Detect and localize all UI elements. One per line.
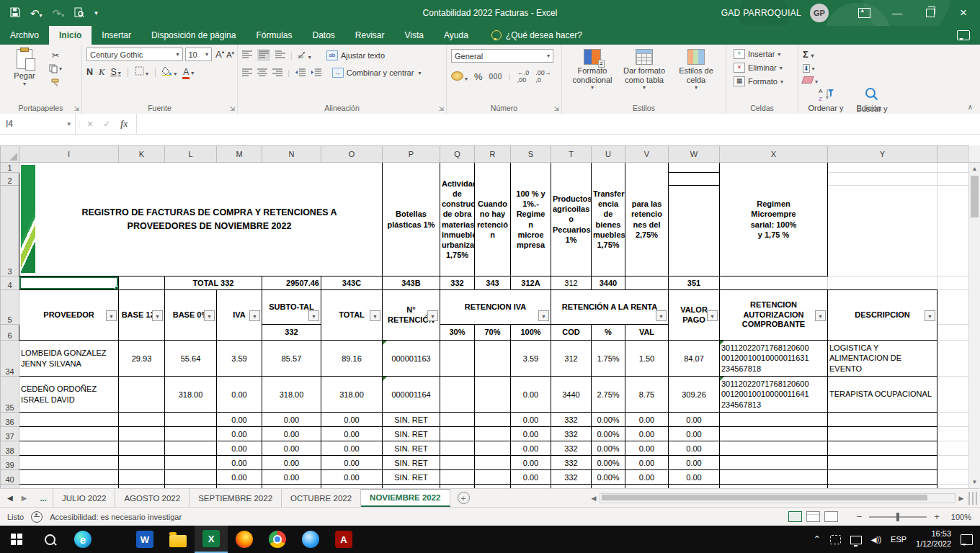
cell[interactable] — [720, 470, 828, 485]
cell-proveedor[interactable]: CEDEÑO ORDOÑEZ ISRAEL DAVID — [19, 377, 119, 413]
cell[interactable] — [937, 173, 969, 186]
cell[interactable] — [828, 173, 937, 186]
cell[interactable] — [937, 186, 969, 276]
cell[interactable]: SIN. RET — [383, 427, 440, 441]
header-70[interactable]: 70% — [475, 325, 511, 341]
restore-button[interactable] — [914, 0, 947, 26]
cell[interactable] — [720, 413, 828, 427]
accessibility-status[interactable]: Accesibilidad: es necesario investigar — [50, 513, 182, 521]
cell[interactable] — [440, 377, 475, 413]
cell[interactable]: 0.00% — [592, 413, 625, 427]
taskbar-app[interactable] — [294, 526, 327, 553]
cell[interactable] — [475, 470, 511, 485]
network-icon[interactable] — [850, 536, 862, 544]
cell[interactable]: 0.00 — [262, 456, 321, 470]
cell[interactable] — [440, 441, 475, 456]
bold-button[interactable]: N — [86, 67, 93, 77]
volume-icon[interactable]: ◀)) — [871, 536, 881, 544]
cell[interactable] — [119, 427, 165, 441]
cell[interactable]: 0.00% — [592, 427, 625, 441]
cell[interactable] — [937, 456, 969, 470]
decrease-decimal-icon[interactable]: .00→,0 — [535, 69, 551, 84]
cell-styles-button[interactable]: Estilos de celda ▾ — [670, 48, 722, 91]
cell-total-subtotal[interactable]: 29507.46 — [262, 276, 321, 290]
save-icon[interactable] — [10, 7, 20, 19]
cell-descripcion[interactable]: LOGISTICA Y ALIMENTACION DE EVENTO — [828, 341, 937, 377]
cell[interactable]: 0.00 — [321, 470, 383, 485]
tab-datos[interactable]: Datos — [302, 26, 344, 45]
vertical-scrollbar[interactable]: ▲ ▼ — [968, 145, 980, 488]
cell[interactable]: 0.00 — [217, 427, 262, 441]
row-header-39[interactable]: 39 — [1, 456, 19, 470]
cell[interactable] — [475, 341, 511, 377]
cell-header-U[interactable]: para las retencio nes del 2,75% — [625, 163, 669, 276]
tab-archivo[interactable]: Archivo — [0, 26, 49, 45]
cell[interactable] — [119, 377, 165, 413]
cell-K4[interactable] — [119, 276, 165, 290]
cell[interactable]: 0.00 — [321, 413, 383, 427]
cell[interactable] — [440, 456, 475, 470]
cell[interactable] — [440, 427, 475, 441]
cell[interactable] — [475, 441, 511, 456]
header-iva[interactable]: IVA — [217, 290, 262, 341]
cell[interactable]: 309.26 — [669, 377, 720, 413]
normal-view-icon[interactable] — [788, 511, 802, 522]
header-30[interactable]: 30% — [440, 325, 475, 341]
header-subtotal-code[interactable]: 332 — [262, 325, 321, 341]
header-retencion-renta[interactable]: RETENCIÓN A LA RENTA — [551, 290, 669, 325]
cell-num-retencion[interactable]: 000001164 — [383, 377, 440, 413]
cell[interactable]: 29.93 — [119, 341, 165, 377]
tab-formulas[interactable]: Fórmulas — [246, 26, 302, 45]
italic-button[interactable]: K — [99, 67, 104, 78]
language-indicator[interactable]: ESP — [891, 535, 906, 544]
cell-code-Q[interactable]: 332 — [440, 276, 475, 290]
column-header-L[interactable]: L — [165, 146, 217, 163]
cell[interactable] — [828, 456, 937, 470]
page-break-view-icon[interactable] — [824, 511, 838, 522]
cell-header-S[interactable]: Productos agricoilas o Pecuarios 1% — [551, 163, 592, 276]
filter-dropdown-icon[interactable] — [370, 310, 380, 321]
align-left-icon[interactable] — [242, 68, 252, 78]
cell[interactable]: 2.75% — [592, 377, 625, 413]
cell[interactable] — [19, 441, 119, 456]
zoom-in-icon[interactable]: + — [934, 511, 940, 522]
cell[interactable] — [475, 427, 511, 441]
filter-dropdown-icon[interactable] — [249, 310, 260, 321]
column-header-X[interactable]: X — [720, 146, 828, 163]
cell[interactable]: SIN. RET — [383, 441, 440, 456]
cell[interactable]: 1.50 — [625, 341, 669, 377]
header-total[interactable]: TOTAL — [321, 290, 383, 341]
customize-toolbar-icon[interactable]: ▾ — [94, 10, 98, 17]
format-as-table-button[interactable]: Dar formato como tabla ▾ — [618, 48, 670, 91]
selected-cell-I4[interactable] — [19, 276, 119, 290]
enter-icon[interactable]: ✓ — [103, 119, 110, 129]
column-header-W[interactable]: W — [669, 146, 720, 163]
zoom-level[interactable]: 100% — [951, 513, 971, 521]
taskbar-excel-active[interactable]: X — [195, 526, 228, 553]
cell[interactable]: 89.16 — [321, 341, 383, 377]
avatar[interactable]: GP — [810, 4, 829, 22]
name-box[interactable]: I4 ▾ — [0, 114, 76, 134]
cell[interactable]: 0.00 — [669, 456, 720, 470]
zoom-slider-thumb[interactable] — [896, 513, 899, 521]
header-autorizacion[interactable]: RETENCION AUTORIZACION COMPROBANTE — [720, 290, 828, 341]
tell-me-search[interactable]: ¿Qué desea hacer? — [491, 26, 582, 45]
cell[interactable]: 0.00 — [511, 441, 551, 456]
column-header-Y[interactable]: Y — [828, 146, 937, 163]
sheet-nav-right-icon[interactable]: ▶ — [22, 494, 27, 502]
cell[interactable]: 332 — [551, 470, 592, 485]
format-painter-icon[interactable] — [49, 77, 62, 88]
cell-header-R[interactable]: 100 % y 1%.- Regime n microe mpresa — [511, 163, 551, 276]
cell[interactable] — [937, 441, 969, 456]
cell[interactable]: 0.00 — [217, 413, 262, 427]
sheet-tab-septiembre[interactable]: SEPTIEMBRE 2022 — [190, 489, 282, 507]
header-100[interactable]: 100% — [511, 325, 551, 341]
cell[interactable]: 0.00% — [592, 470, 625, 485]
filter-dropdown-icon[interactable] — [427, 310, 438, 321]
sheet-tab-julio[interactable]: JULIO 2022 — [53, 489, 115, 507]
row-header-34[interactable]: 34 — [1, 341, 19, 377]
fill-color-icon[interactable] — [162, 66, 177, 78]
cell[interactable]: 0.00 — [321, 456, 383, 470]
sheet-tab-agosto[interactable]: AGOSTO 2022 — [115, 489, 190, 507]
cell[interactable] — [19, 456, 119, 470]
